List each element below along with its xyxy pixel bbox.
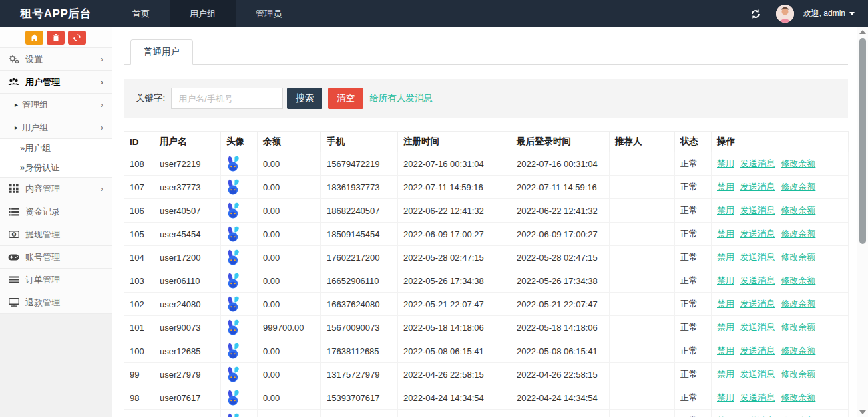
sidebar-quick-buttons	[0, 27, 112, 48]
modify-balance-link[interactable]: 修改余额	[781, 182, 815, 192]
refresh-icon[interactable]	[750, 9, 761, 19]
modify-balance-link[interactable]: 修改余额	[781, 252, 815, 262]
disable-link[interactable]: 禁用	[717, 322, 734, 332]
sidebar-item-admin-group[interactable]: ▸ 管理组 ›	[0, 94, 112, 116]
disable-link[interactable]: 禁用	[717, 158, 734, 168]
scrollbar-up-arrow-icon[interactable]	[859, 30, 866, 34]
sidebar-item-content-management[interactable]: 内容管理 ›	[0, 178, 112, 200]
sidebar-item-user-group-sub[interactable]: »用户组	[0, 139, 112, 158]
nav-tab-user-group[interactable]: 用户组	[170, 0, 236, 27]
cell-avatar	[221, 152, 258, 176]
send-message-link[interactable]: 发送消息	[740, 252, 775, 262]
sidebar-item-account-management[interactable]: 账号管理	[0, 246, 112, 269]
home-button[interactable]	[25, 31, 43, 45]
sidebar-item-order-management[interactable]: 订单管理	[0, 269, 112, 291]
scrollbar-down-arrow-icon[interactable]	[859, 410, 866, 414]
cell-avatar	[221, 339, 258, 363]
table-row: 100 user12685 0.00	[124, 339, 849, 363]
recycle-button[interactable]	[68, 31, 86, 45]
send-message-link[interactable]: 发送消息	[740, 205, 775, 215]
sidebar-item-user-group[interactable]: ▸ 用户组 ›	[0, 116, 112, 139]
welcome-dropdown[interactable]: 欢迎, admin	[803, 8, 855, 19]
cell-actions: 禁用 发送消息 修改余额	[712, 339, 849, 363]
modify-balance-link[interactable]: 修改余额	[781, 158, 815, 168]
sidebar-item-refund-management[interactable]: 退款管理	[0, 291, 112, 314]
navbar-right: 欢迎, admin	[750, 0, 868, 27]
disable-link[interactable]: 禁用	[717, 275, 734, 285]
nav-tab-admin[interactable]: 管理员	[236, 0, 302, 27]
send-message-link[interactable]: 发送消息	[740, 345, 775, 356]
send-message-link[interactable]: 发送消息	[740, 158, 775, 168]
cell-avatar	[221, 223, 258, 246]
vertical-scrollbar[interactable]	[857, 27, 868, 417]
chevron-right-icon: ›	[101, 77, 103, 87]
broadcast-message-link[interactable]: 给所有人发消息	[369, 92, 433, 104]
nav-tab-home[interactable]: 首页	[112, 0, 170, 27]
cell-referrer	[610, 176, 675, 199]
cell-phone: 18361937773	[321, 176, 398, 199]
send-message-link[interactable]: 发送消息	[740, 299, 775, 309]
sidebar-item-label: 账号管理	[25, 251, 60, 263]
cell-last-login: 2022-05-26 17:34:38	[511, 269, 610, 293]
send-message-link[interactable]: 发送消息	[740, 322, 775, 332]
send-message-link[interactable]: 发送消息	[740, 182, 775, 192]
cell-phone: 18509145454	[321, 223, 398, 246]
table-row: 105 user45454 0.00	[124, 223, 849, 246]
modify-balance-link[interactable]: 修改余额	[781, 392, 815, 402]
user-avatar[interactable]	[776, 5, 794, 23]
send-message-link[interactable]: 发送消息	[740, 392, 775, 402]
modify-balance-link[interactable]: 修改余额	[781, 369, 815, 379]
sidebar-item-user-management[interactable]: 用户管理 ›	[0, 71, 112, 94]
column-header: 最后登录时间	[511, 132, 610, 152]
send-message-link[interactable]: 发送消息	[740, 369, 775, 379]
cell-id: 99	[124, 363, 154, 386]
disable-link[interactable]: 禁用	[717, 252, 734, 262]
keyword-input[interactable]	[171, 88, 283, 109]
modify-balance-link[interactable]: 修改余额	[781, 275, 815, 285]
send-message-link[interactable]: 发送消息	[740, 275, 775, 285]
cell-avatar	[221, 176, 258, 199]
clear-button[interactable]: 清空	[328, 88, 363, 109]
cell-username: user17200	[154, 246, 221, 269]
table-row: 正常 禁用 发送消息 修改余额	[124, 410, 849, 417]
disable-link[interactable]: 禁用	[717, 182, 734, 192]
search-button[interactable]: 搜索	[287, 88, 322, 109]
cell-id: 106	[124, 199, 154, 223]
cell-actions: 禁用 发送消息 修改余额	[712, 246, 849, 269]
scrollbar-thumb[interactable]	[859, 38, 866, 244]
disable-link[interactable]: 禁用	[717, 392, 734, 402]
content-tabs-row: 普通用户	[124, 39, 848, 65]
trash-button[interactable]	[47, 31, 65, 45]
modify-balance-link[interactable]: 修改余额	[781, 229, 815, 239]
disable-link[interactable]: 禁用	[717, 299, 734, 309]
cell-username: user90073	[154, 316, 221, 339]
cell-phone: 15670090073	[321, 316, 398, 339]
navbar-tabs: 首页 用户组 管理员	[112, 0, 302, 27]
sidebar-item-fund-records[interactable]: 资金记录	[0, 200, 112, 223]
cell-avatar	[221, 293, 258, 316]
cell-status: 正常	[675, 410, 712, 417]
disable-link[interactable]: 禁用	[717, 229, 734, 239]
top-navbar: 租号APP后台 首页 用户组 管理员 欢迎, admin	[0, 0, 868, 27]
disable-link[interactable]: 禁用	[717, 345, 734, 356]
disable-link[interactable]: 禁用	[717, 369, 734, 379]
modify-balance-link[interactable]: 修改余额	[781, 299, 815, 309]
sidebar-item-withdrawal-management[interactable]: 0 提现管理	[0, 223, 112, 246]
table-row: 108 user72219 0.00	[124, 152, 849, 176]
modify-balance-link[interactable]: 修改余额	[781, 345, 815, 356]
disable-link[interactable]: 禁用	[717, 205, 734, 215]
cell-status: 正常	[675, 199, 712, 223]
sidebar-item-identity-auth[interactable]: »身份认证	[0, 158, 112, 178]
send-message-link[interactable]: 发送消息	[740, 229, 775, 239]
trash-icon	[53, 34, 59, 41]
cell-actions: 禁用 发送消息 修改余额	[712, 363, 849, 386]
modify-balance-link[interactable]: 修改余额	[781, 205, 815, 215]
cell-phone: 13175727979	[321, 363, 398, 386]
cell-username	[154, 410, 221, 417]
cell-phone: 15679472219	[321, 152, 398, 176]
bars-icon	[8, 276, 19, 283]
modify-balance-link[interactable]: 修改余额	[781, 322, 815, 332]
cell-referrer	[610, 199, 675, 223]
sidebar-item-settings[interactable]: 设置 ›	[0, 48, 112, 71]
tab-normal-users[interactable]: 普通用户	[130, 39, 193, 65]
